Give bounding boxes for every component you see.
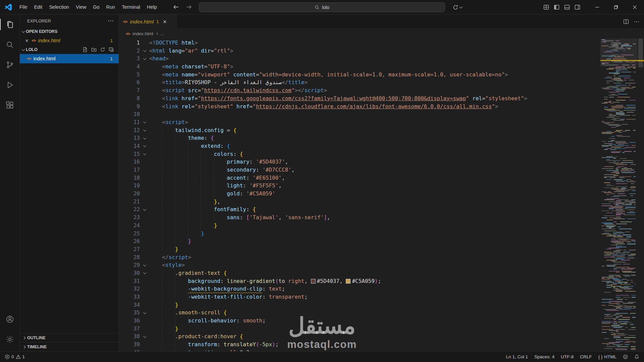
code-line-35[interactable]: 35 .smooth-scroll { [122, 309, 600, 317]
code-line-9[interactable]: 9 <link rel="stylesheet" href="https://c… [122, 103, 600, 111]
toggle-primary-sidebar-icon[interactable] [553, 4, 560, 11]
toggle-panel-icon[interactable] [564, 4, 571, 11]
toolbar-dropdown-button[interactable] [450, 3, 465, 12]
code-line-2[interactable]: 2<html lang="ar" dir="rtl"> [122, 47, 600, 55]
code-line-37[interactable]: 37 } [122, 325, 600, 333]
accounts-icon[interactable] [0, 309, 19, 329]
activity-explorer-icon[interactable] [0, 14, 19, 35]
code-line-32[interactable]: 32 -webkit-background-clip: text; [122, 285, 600, 293]
code-line-20[interactable]: 20 gold: '#C5A059' [122, 190, 600, 198]
menu-help[interactable]: Help [144, 0, 160, 14]
back-arrow-icon[interactable] [173, 4, 179, 10]
code-line-34[interactable]: 34 } [122, 301, 600, 309]
activity-run-debug-icon[interactable] [0, 75, 19, 95]
code-line-17[interactable]: 17 secondary: '#D7CCC8', [122, 166, 600, 174]
close-tab-icon[interactable]: × [163, 18, 167, 25]
indentation-setting[interactable]: Spaces: 4 [534, 354, 554, 359]
breadcrumb-file[interactable]: index.html [132, 31, 153, 36]
maximize-restore-button[interactable] [606, 0, 625, 14]
menu-go[interactable]: Go [90, 0, 103, 14]
code-line-11[interactable]: 11 <script> [122, 118, 600, 126]
fold-chevron-icon[interactable] [143, 271, 146, 274]
file-item-index-html[interactable]: <> index.html 1 [20, 54, 119, 63]
code-line-29[interactable]: 29 <style> [122, 261, 600, 269]
code-line-26[interactable]: 26 } [122, 237, 600, 245]
code-line-39[interactable]: 39 transform: translateY(-5px); [122, 341, 600, 349]
code-line-24[interactable]: 24 } [122, 222, 600, 230]
notifications-bell-icon[interactable] [634, 354, 639, 359]
menu-view[interactable]: View [72, 0, 90, 14]
code-line-23[interactable]: 23 sans: ['Tajawal', 'sans-serif'], [122, 214, 600, 222]
collapse-all-icon[interactable] [109, 47, 114, 52]
language-mode[interactable]: { } HTML [598, 354, 616, 359]
fold-chevron-icon[interactable] [143, 57, 146, 60]
menu-edit[interactable]: Edit [31, 0, 46, 14]
code-line-6[interactable]: 6 <title>RIYOSHOP - صندوق الغداء الفاخر<… [122, 78, 600, 86]
vertical-scrollbar[interactable] [637, 39, 644, 351]
problems-indicator[interactable]: 0 1 [5, 354, 25, 359]
settings-gear-icon[interactable] [0, 329, 19, 349]
open-editor-item[interactable]: × <> index.html 1 [20, 36, 119, 45]
more-actions-icon[interactable]: ⋯ [634, 18, 639, 25]
forward-arrow-icon[interactable] [186, 4, 192, 10]
code-line-36[interactable]: 36 scroll-behavior: smooth; [122, 317, 600, 325]
fold-chevron-icon[interactable] [143, 136, 146, 139]
fold-chevron-icon[interactable] [143, 207, 146, 211]
scrollbar-thumb[interactable] [638, 39, 643, 67]
fold-chevron-icon[interactable] [143, 128, 146, 131]
new-file-icon[interactable] [83, 47, 88, 52]
code-line-30[interactable]: 30 .gradient-text { [122, 269, 600, 277]
outline-section-header[interactable]: OUTLINE [20, 333, 119, 342]
code-line-7[interactable]: 7 <script src="https://cdn.tailwindcss.c… [122, 86, 600, 95]
code-editor[interactable]: 1<!DOCTYPE html>2<html lang="ar" dir="rt… [119, 39, 600, 351]
new-folder-icon[interactable] [91, 47, 97, 52]
code-line-4[interactable]: 4 <meta charset="UTF-8"> [122, 63, 600, 71]
color-swatch[interactable] [311, 279, 316, 284]
close-window-button[interactable] [625, 0, 644, 14]
code-line-16[interactable]: 16 primary: '#5D4037', [122, 158, 600, 166]
eol-setting[interactable]: CRLF [580, 354, 592, 359]
fold-chevron-icon[interactable] [143, 144, 146, 147]
code-line-8[interactable]: 8 <link href="https://fonts.googleapis.c… [122, 95, 600, 103]
code-line-28[interactable]: 28 </script> [122, 253, 600, 261]
fold-chevron-icon[interactable] [143, 49, 146, 52]
command-center-search[interactable]: lolo [199, 2, 445, 12]
cursor-position[interactable]: Ln 1, Col 1 [506, 354, 528, 359]
explorer-more-actions-icon[interactable]: ⋯ [108, 17, 114, 24]
breadcrumbs[interactable]: <> index.html ... [119, 29, 644, 39]
code-line-3[interactable]: 3<head> [122, 55, 600, 63]
fold-chevron-icon[interactable] [143, 263, 146, 266]
code-line-15[interactable]: 15 colors: { [122, 150, 600, 158]
menu-run[interactable]: Run [103, 0, 119, 14]
menu-file[interactable]: File [16, 0, 31, 14]
menu-selection[interactable]: Selection [46, 0, 72, 14]
fold-chevron-icon[interactable] [143, 120, 146, 123]
activity-source-control-icon[interactable] [0, 55, 19, 75]
code-line-18[interactable]: 18 accent: '#E65100', [122, 174, 600, 182]
customize-layout-icon[interactable] [543, 4, 550, 11]
code-line-33[interactable]: 33 -webkit-text-fill-color: transparent; [122, 293, 600, 301]
code-line-19[interactable]: 19 light: '#F5F5F5', [122, 182, 600, 190]
folder-section-header[interactable]: LOLO [20, 45, 119, 54]
minimize-button[interactable] [588, 0, 606, 14]
split-editor-icon[interactable] [623, 18, 629, 25]
minimap[interactable] [600, 39, 637, 351]
code-line-31[interactable]: 31 background: linear-gradient(to right,… [122, 277, 600, 285]
color-swatch[interactable] [346, 279, 351, 284]
open-editors-header[interactable]: OPEN EDITORS [20, 27, 119, 36]
breadcrumb-more[interactable]: ... [160, 31, 164, 36]
code-line-38[interactable]: 38 .product-card:hover { [122, 333, 600, 341]
refresh-icon[interactable] [100, 47, 105, 52]
code-line-14[interactable]: 14 extend: { [122, 142, 600, 150]
close-editor-icon[interactable]: × [24, 38, 29, 44]
menu-terminal[interactable]: Terminal [118, 0, 144, 14]
code-line-27[interactable]: 27 } [122, 245, 600, 253]
fold-chevron-icon[interactable] [143, 311, 146, 314]
code-line-25[interactable]: 25 } [122, 230, 600, 238]
feedback-smiley-icon[interactable] [623, 354, 628, 359]
timeline-section-header[interactable]: TIMELINE [20, 342, 119, 351]
tab-index-html[interactable]: <> index.html 1 × [119, 14, 177, 29]
code-line-40[interactable]: 40 transition: all 0.3s ease; [122, 349, 600, 351]
fold-chevron-icon[interactable] [143, 152, 146, 155]
code-line-21[interactable]: 21 }, [122, 198, 600, 206]
